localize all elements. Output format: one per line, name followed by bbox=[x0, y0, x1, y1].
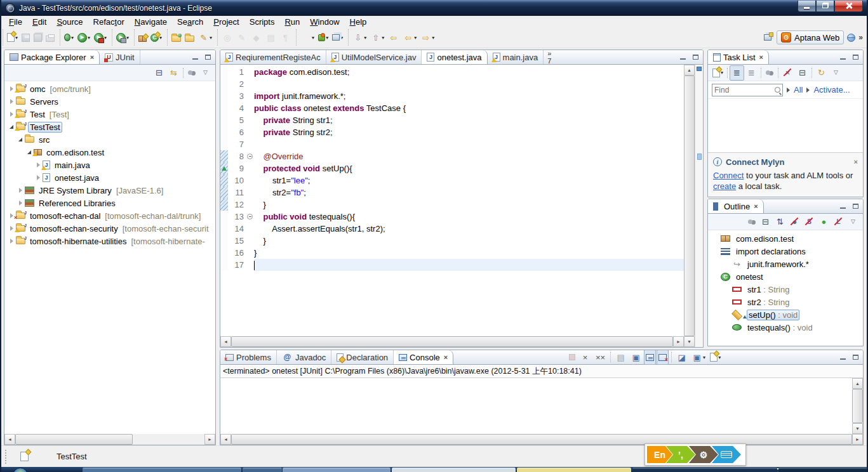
tree-item-omc[interactable]: Jomc[omc/trunk] bbox=[4, 82, 215, 95]
minimize-view-button[interactable] bbox=[190, 52, 200, 62]
back-history-button[interactable]: ⇦ bbox=[386, 30, 401, 45]
expand-arrow-icon[interactable] bbox=[10, 112, 13, 117]
task-list-empty-area[interactable] bbox=[708, 99, 863, 152]
scroll-left-arrow[interactable]: ◄ bbox=[220, 434, 231, 445]
maximize-view-button[interactable] bbox=[850, 52, 860, 62]
forward-button[interactable]: ⇨▾ bbox=[418, 30, 436, 45]
link-with-editor-button[interactable]: ⇆ bbox=[166, 65, 181, 81]
expand-arrow-icon[interactable] bbox=[806, 88, 810, 93]
expand-arrow-icon[interactable] bbox=[10, 86, 13, 91]
tree-item-referenced-libraries[interactable]: Referenced Libraries bbox=[4, 197, 215, 209]
print-button[interactable] bbox=[44, 30, 57, 45]
taskbar-item[interactable] bbox=[632, 468, 777, 472]
maximize-view-button[interactable] bbox=[850, 201, 860, 211]
minimize-button[interactable] bbox=[798, 1, 816, 12]
editor-vertical-scrollbar[interactable]: ▲ ▼ bbox=[684, 65, 695, 347]
sort-button[interactable]: ⇅ bbox=[773, 214, 787, 230]
code-line-17[interactable]: 17 bbox=[220, 259, 684, 271]
perspective-aptana-web-button[interactable]: ⚙ Aptana Web bbox=[777, 30, 844, 44]
menu-file[interactable]: File bbox=[4, 17, 27, 27]
tab-utilmodelservice-jav[interactable]: JUtilModelService.jav bbox=[326, 50, 422, 64]
last-edit-location-button[interactable]: ✎ bbox=[234, 30, 249, 45]
code-line-7[interactable]: 7 bbox=[220, 138, 684, 150]
code-line-6[interactable]: 6 private String str2; bbox=[220, 126, 684, 138]
tree-item-tomosoft-echan-security[interactable]: Jtomosoft-echan-security[tomosoft-echan-… bbox=[4, 222, 215, 235]
link-connect[interactable]: Connect bbox=[713, 171, 744, 180]
console-horizontal-scrollbar[interactable]: ◄ ► bbox=[220, 434, 863, 445]
debug-button[interactable]: ▾ bbox=[62, 30, 76, 45]
tree-item-src[interactable]: src bbox=[4, 133, 215, 146]
taskbar-item[interactable] bbox=[517, 468, 631, 472]
display-console-button[interactable]: ▣▾ bbox=[690, 350, 707, 365]
collapse-all-button[interactable]: ⊟ bbox=[758, 214, 773, 230]
code-line-16[interactable]: 16} bbox=[220, 247, 684, 259]
start-button[interactable] bbox=[13, 468, 28, 472]
console-output[interactable] bbox=[220, 378, 852, 434]
scroll-left-arrow[interactable]: ◄ bbox=[220, 336, 231, 347]
scrollbar-thumb[interactable] bbox=[231, 434, 852, 445]
maximize-view-button[interactable] bbox=[850, 352, 860, 362]
scroll-down-arrow[interactable]: ▼ bbox=[852, 423, 863, 434]
tree-item-onetest-java[interactable]: Jonetest.java bbox=[4, 171, 215, 184]
commit-button[interactable]: ⇩▾ bbox=[351, 30, 368, 45]
scroll-left-arrow[interactable]: ◄ bbox=[4, 434, 15, 445]
expand-arrow-icon[interactable] bbox=[19, 188, 22, 193]
tab-reqiurementregisteac[interactable]: JReqiurementRegisteAc bbox=[220, 50, 326, 64]
tab-javadoc[interactable]: @Javadoc bbox=[277, 350, 331, 364]
web-browser-button[interactable]: ▾ bbox=[330, 30, 345, 45]
overview-range-marker[interactable] bbox=[697, 67, 702, 71]
horizontal-scrollbar[interactable]: ◄ ► bbox=[4, 434, 215, 445]
title-bar[interactable]: Java - TestTest/src/com/edison/test/onet… bbox=[1, 0, 867, 16]
tab-task-list[interactable]: Task List× bbox=[708, 50, 769, 64]
tab-declaration[interactable]: Declaration bbox=[331, 350, 394, 364]
minimize-view-button[interactable] bbox=[838, 52, 848, 62]
code-line-3[interactable]: 3import junit.framework.*; bbox=[220, 90, 684, 102]
close-icon[interactable]: × bbox=[759, 53, 763, 61]
link-create[interactable]: create bbox=[713, 181, 736, 191]
overview-change-marker[interactable] bbox=[697, 154, 702, 160]
outline-item-junit-framework[interactable]: ↪junit.framework.* bbox=[708, 258, 863, 270]
remove-all-terminated-button[interactable]: ×× bbox=[593, 350, 608, 365]
scroll-up-arrow[interactable]: ▲ bbox=[852, 378, 863, 389]
overview-ruler[interactable] bbox=[695, 65, 703, 347]
new-java-package-button[interactable] bbox=[137, 30, 149, 45]
code-line-2[interactable]: 2 bbox=[220, 78, 684, 90]
outline-item-com-edison-test[interactable]: com.edison.test bbox=[708, 232, 863, 245]
outline-item-str1[interactable]: str1 : String bbox=[708, 283, 863, 296]
code-line-1[interactable]: 1package com.edison.test; bbox=[220, 66, 684, 78]
expand-arrow-icon[interactable] bbox=[10, 213, 13, 218]
save-button[interactable] bbox=[20, 30, 32, 45]
taskbar-item[interactable] bbox=[392, 468, 516, 472]
menu-scripts[interactable]: Scripts bbox=[244, 17, 280, 27]
new-web-element-button[interactable]: ▾ bbox=[316, 30, 330, 45]
code-line-4[interactable]: 4public class onetest extends TestCase { bbox=[220, 102, 684, 114]
search-button[interactable]: ✎▾ bbox=[196, 30, 214, 45]
synchronize-button[interactable]: ↻ bbox=[814, 65, 829, 81]
web-perspective-icon[interactable] bbox=[847, 34, 855, 42]
outline-item-testequals[interactable]: testequals() : void bbox=[708, 321, 863, 334]
tab-junit[interactable]: UJUnit bbox=[100, 50, 140, 64]
new-wizard-button[interactable]: ▾ bbox=[5, 30, 20, 45]
fast-view-icon[interactable] bbox=[20, 452, 29, 461]
find-box[interactable] bbox=[712, 84, 783, 96]
menu-edit[interactable]: Edit bbox=[27, 17, 51, 27]
scrollbar-thumb[interactable] bbox=[684, 75, 695, 336]
code-line-8[interactable]: 8 @Override bbox=[220, 150, 684, 162]
back-button[interactable]: ⇦▾ bbox=[401, 30, 418, 45]
menu-navigate[interactable]: Navigate bbox=[130, 17, 172, 27]
mark-occurrences-button[interactable]: ◎ bbox=[220, 30, 234, 45]
text-block-button[interactable]: ▤ bbox=[264, 30, 278, 45]
taskbar-item[interactable] bbox=[283, 468, 391, 472]
tab-outline[interactable]: Outline× bbox=[708, 199, 764, 213]
code-line-13[interactable]: 13 public void testequals(){ bbox=[220, 211, 684, 223]
menu-help[interactable]: Help bbox=[345, 17, 372, 27]
open-console-button[interactable]: ▾ bbox=[708, 350, 723, 365]
scrollbar-thumb[interactable] bbox=[15, 434, 133, 445]
pin-console-button[interactable]: ◪ bbox=[674, 350, 689, 365]
tab-main-java[interactable]: Jmain.java bbox=[488, 50, 544, 64]
focus-active-task-button[interactable] bbox=[745, 214, 758, 230]
toolbar-overflow-button[interactable]: ▾ bbox=[298, 30, 316, 45]
tab-console[interactable]: Console× bbox=[394, 350, 453, 364]
open-resource-button[interactable] bbox=[183, 30, 196, 45]
perspective-overflow-chevron[interactable]: » bbox=[858, 33, 863, 42]
